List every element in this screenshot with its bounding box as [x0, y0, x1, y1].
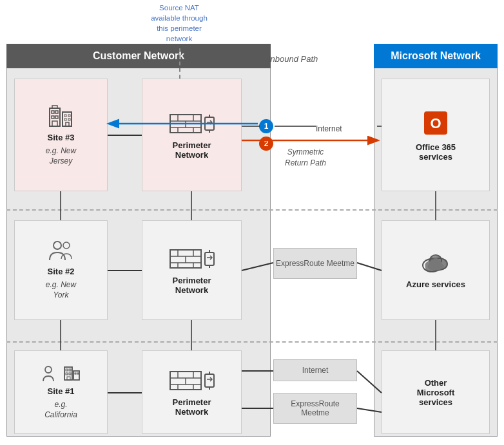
svg-rect-6 — [52, 121, 57, 126]
svg-rect-5 — [55, 116, 58, 118]
perimeter1-box: PerimeterNetwork — [142, 79, 242, 191]
svg-point-28 — [63, 242, 70, 249]
azure-title: Azure services — [406, 279, 465, 289]
firewall-icon-perimeter1 — [169, 111, 215, 137]
svg-rect-53 — [77, 373, 79, 374]
svg-rect-52 — [75, 373, 76, 374]
svg-rect-21 — [205, 117, 214, 130]
office365-box: O Office 365services — [382, 79, 490, 191]
site1-subtitle: e.g.California — [44, 400, 77, 420]
perimeter3-label: PerimeterNetwork — [173, 397, 211, 417]
svg-rect-62 — [205, 374, 214, 387]
svg-point-27 — [53, 241, 61, 249]
svg-rect-10 — [64, 118, 66, 120]
site3-subtitle: e.g. NewJersey — [46, 146, 76, 166]
site2-subtitle: e.g. NewYork — [46, 280, 76, 300]
building-icon-site3 — [46, 103, 77, 129]
perimeter2-label: PerimeterNetwork — [173, 276, 211, 295]
internet-label-row1: Internet — [316, 124, 342, 133]
svg-rect-37 — [205, 252, 214, 265]
internet2-box: Internet — [273, 359, 357, 381]
expressroute-meetme1-box: ExpressRoute Meetme — [273, 248, 357, 279]
site3-box: Site #3 e.g. NewJersey — [14, 79, 108, 191]
svg-rect-48 — [66, 373, 68, 375]
site2-title: Site #2 — [48, 267, 75, 276]
svg-rect-46 — [66, 369, 68, 371]
svg-rect-51 — [73, 371, 79, 380]
svg-point-44 — [45, 366, 52, 373]
other-ms-box: OtherMicrosoftservices — [382, 350, 490, 434]
circle-num-1: 1 — [259, 119, 273, 133]
inbound-path-label: Inbound Path — [268, 54, 318, 64]
svg-rect-3 — [55, 111, 58, 113]
other-ms-title: OtherMicrosoftservices — [417, 378, 455, 407]
svg-rect-47 — [69, 369, 71, 371]
svg-rect-4 — [52, 116, 54, 118]
site1-title: Site #1 — [48, 386, 75, 396]
person-icon-site1 — [42, 365, 60, 383]
svg-rect-8 — [64, 115, 66, 117]
site3-title: Site #3 — [48, 133, 75, 142]
office365-icon: O — [422, 109, 450, 137]
firewall-icon-perimeter3 — [169, 368, 215, 393]
expressroute-meetme2-box: ExpressRouteMeetme — [273, 393, 357, 424]
source-nat-label: Source NATavailable throughthis perimete… — [141, 3, 218, 44]
azure-icon — [420, 251, 451, 274]
divider-row1-row2 — [6, 209, 498, 211]
perimeter2-box: PerimeterNetwork — [142, 220, 242, 320]
microsoft-network-header: Microsoft Network — [374, 44, 498, 68]
svg-rect-1 — [52, 106, 57, 108]
firewall-icon-perimeter2 — [169, 246, 215, 272]
svg-rect-49 — [69, 373, 71, 375]
divider-row2-row3 — [6, 341, 498, 343]
diagram: Customer Network Microsoft Network Sourc… — [0, 0, 504, 445]
azure-box: Azure services — [382, 220, 490, 320]
customer-network-header: Customer Network — [6, 44, 271, 68]
site2-box: Site #2 e.g. NewYork — [14, 220, 108, 320]
svg-rect-11 — [68, 118, 70, 120]
perimeter1-label: PerimeterNetwork — [173, 140, 211, 160]
building-icon-site1 — [63, 365, 81, 383]
svg-rect-9 — [68, 115, 70, 117]
perimeter3-box: PerimeterNetwork — [142, 350, 242, 434]
circle-num-2: 2 — [259, 137, 273, 151]
svg-text:O: O — [430, 115, 441, 131]
symmetric-return-label: SymmetricReturn Path — [273, 147, 338, 169]
office365-title: Office 365services — [416, 142, 456, 162]
site1-box: Site #1 e.g.California — [14, 350, 108, 434]
svg-rect-2 — [52, 111, 54, 113]
people-icon-site2 — [47, 240, 75, 263]
